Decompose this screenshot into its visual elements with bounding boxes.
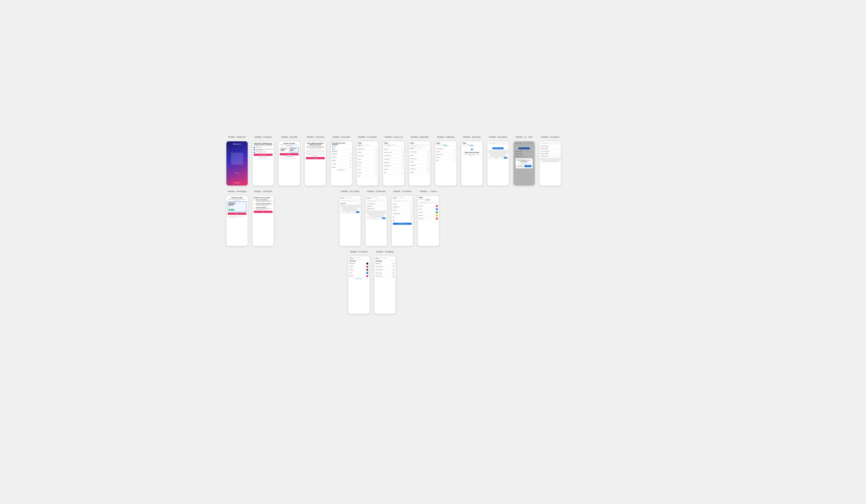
popular-t3[interactable]: Entertainment+	[358, 154, 377, 158]
tab-fol-popular[interactable]: Popular	[436, 144, 440, 146]
follow-t6[interactable]: NRL+	[393, 219, 412, 222]
az-t2[interactable]: Business Investor+	[384, 151, 403, 154]
tab-teams-following[interactable]: Following	[426, 199, 430, 200]
popular-t8[interactable]: Finance+	[358, 171, 377, 175]
tab-afl-az[interactable]: A-Z	[354, 257, 355, 259]
r2-key-v[interactable]: v	[375, 215, 377, 217]
team-row-3[interactable]: National	[419, 211, 438, 214]
tab-popular[interactable]: Popular	[358, 144, 362, 146]
r2-key-space[interactable]: space	[367, 217, 382, 219]
az-t5[interactable]: Crime Beat+	[384, 161, 403, 164]
th1-key-e[interactable]: e	[344, 205, 346, 206]
key-x[interactable]: x	[493, 155, 495, 157]
th1-key-s[interactable]: s	[343, 207, 345, 209]
th1-key-a[interactable]: a	[341, 207, 343, 209]
tab-az-following[interactable]: Following	[391, 144, 395, 146]
th1-search[interactable]: Search for topics	[341, 200, 359, 202]
key-c[interactable]: c	[495, 155, 497, 157]
th1-key-search[interactable]: search	[356, 211, 359, 213]
s2-key-j[interactable]: j	[554, 160, 555, 162]
tab-afl-popular[interactable]: Popular	[349, 257, 353, 259]
key-search[interactable]: search	[504, 157, 508, 159]
r2-key-a[interactable]: a	[367, 213, 369, 215]
s2-key-f[interactable]: f	[547, 160, 549, 162]
r2-key-c[interactable]: c	[373, 215, 375, 217]
s2-key-u[interactable]: u	[552, 158, 554, 160]
key-a[interactable]: a	[489, 153, 491, 154]
th1-key-v[interactable]: v	[349, 209, 351, 211]
key-space[interactable]: space	[489, 157, 503, 159]
th1-key-space[interactable]: space	[341, 211, 356, 213]
tab-follow-az[interactable]: A-Z	[397, 197, 399, 198]
journalist-row-4[interactable]: Shannon Stacy	[376, 271, 395, 275]
alert-dont-allow-btn[interactable]: Don't Allow	[517, 165, 524, 167]
r2-key-g[interactable]: g	[376, 213, 377, 215]
tab-following[interactable]: Following	[365, 144, 369, 146]
tab-th1-popular[interactable]: Popular	[341, 197, 344, 198]
tab-az[interactable]: A-Z	[363, 144, 364, 146]
connect-add-location-link[interactable]: Add Location	[306, 155, 325, 156]
r2-result-2[interactable]: Sydney City	[367, 205, 386, 208]
s2-key-l[interactable]: l	[557, 160, 559, 162]
afl-view-all[interactable]: View all AFL teams >	[349, 278, 368, 279]
s2-key-i[interactable]: i	[555, 158, 556, 160]
afl-row-4[interactable]: Carlton	[349, 271, 368, 275]
th1-key-z[interactable]: z	[343, 209, 345, 211]
key-t[interactable]: t	[496, 150, 498, 152]
follow-t1[interactable]: National✓	[393, 203, 412, 205]
features-subscriber-link[interactable]: I'm already a Subscriber	[254, 157, 273, 158]
key-n[interactable]: n	[501, 155, 503, 157]
connect-password-input[interactable]: Password	[306, 153, 325, 155]
tab-exp-popular[interactable]: Popular	[410, 147, 414, 149]
key-w[interactable]: w	[490, 150, 492, 152]
th1-key-g[interactable]: g	[349, 207, 351, 209]
r2-key-s[interactable]: s	[369, 213, 371, 215]
az-t8[interactable]: AFL+	[384, 171, 403, 175]
single-select-btn[interactable]: Select	[227, 213, 246, 215]
r2-key-j[interactable]: j	[380, 213, 381, 215]
popular-t1[interactable]: Breaking News+	[358, 147, 377, 151]
plan-monthly[interactable]: Monthly Plan $29.99 /month	[280, 147, 289, 153]
th1-key-y[interactable]: y	[351, 205, 352, 206]
r2-search[interactable]: Search for topics	[367, 200, 386, 202]
afl-row-5[interactable]: Essendon	[349, 275, 368, 278]
connect-continue-btn[interactable]: Continue	[306, 157, 325, 159]
popular-t4[interactable]: Opinion+	[358, 158, 377, 161]
tab-th1-following[interactable]: Following	[347, 197, 352, 198]
th1-key-w[interactable]: w	[342, 205, 344, 206]
tab-follow-following[interactable]: Following	[400, 197, 404, 198]
journalist-row-5[interactable]: Patrick Graham	[376, 275, 395, 278]
s2-key-t[interactable]: t	[548, 158, 550, 160]
th1-key-b[interactable]: b	[351, 209, 353, 211]
expanded-search[interactable]: Search topics	[410, 144, 429, 146]
exp-t6[interactable]: Crime Beat+	[410, 167, 429, 171]
welcome-cta-btn[interactable]: Get started	[232, 182, 242, 184]
follow-t2[interactable]: Breaking News✓	[393, 205, 412, 209]
az-t6[interactable]: Tara McGovern+	[384, 164, 403, 168]
s2-key-w[interactable]: w	[542, 158, 544, 160]
r2-key-i[interactable]: i	[380, 211, 382, 213]
th1-key-k[interactable]: k	[355, 207, 357, 209]
key-j[interactable]: j	[501, 153, 503, 154]
exp-t1[interactable]: Breaking News+	[410, 150, 429, 154]
journalist-row-2[interactable]: James Campbell	[376, 265, 395, 268]
topic-item-1[interactable]: Collingwood+	[332, 152, 351, 156]
teams-search[interactable]: Search for topics	[419, 202, 438, 204]
s2-key-y[interactable]: y	[551, 158, 552, 160]
tab-exp-following[interactable]: Following	[417, 147, 421, 149]
fol-t2[interactable]: National✓	[436, 150, 455, 153]
key-g[interactable]: g	[497, 153, 499, 154]
key-f[interactable]: f	[495, 153, 497, 154]
th1-key-q[interactable]: q	[340, 205, 342, 206]
th1-key-o[interactable]: o	[356, 205, 358, 206]
key-p[interactable]: p	[506, 150, 508, 152]
double-continue-btn[interactable]: Continue	[280, 153, 299, 155]
th1-key-m[interactable]: m	[355, 209, 357, 211]
th1-key-p[interactable]: p	[358, 205, 360, 206]
s2-key-s[interactable]: s	[543, 160, 545, 162]
tab-emp-popular[interactable]: Popular	[463, 144, 466, 146]
fol-t1[interactable]: Breaking News✓	[436, 147, 455, 150]
team-row-4[interactable]: Geelong	[419, 214, 438, 217]
popular-t2[interactable]: National+	[358, 151, 377, 154]
team-row-1[interactable]: Richmond	[419, 205, 438, 208]
